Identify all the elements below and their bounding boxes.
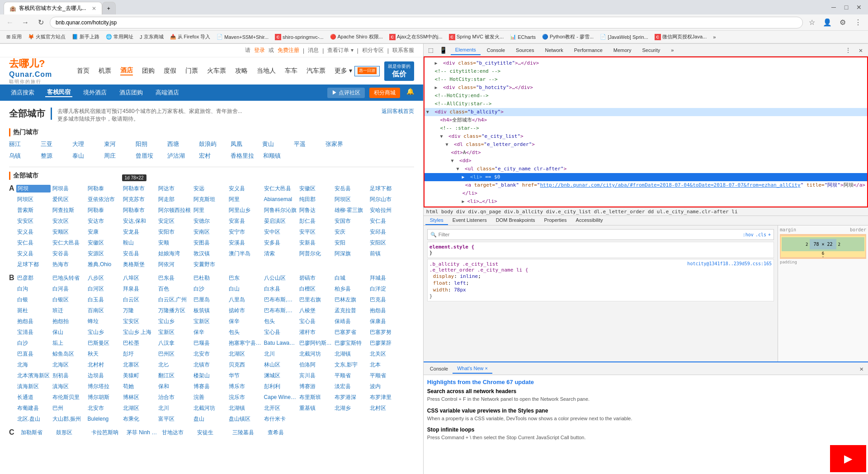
restore-button[interactable]: □ (841, 2, 852, 13)
back-button[interactable]: ← (4, 16, 16, 29)
city-link[interactable]: 北海 (16, 361, 51, 369)
city-link[interactable]: 巴廖莱辞 (369, 339, 403, 347)
bookmark-maven[interactable]: 📄 Maven+SSM+Shir... (214, 33, 271, 41)
city-link[interactable]: 白山 (228, 285, 262, 293)
city-link[interactable]: 包头 (228, 329, 262, 336)
city-link[interactable]: 安多县 (263, 239, 297, 247)
city-link[interactable]: 宝安区 (122, 318, 156, 325)
city-link[interactable]: 阿坝区 (16, 196, 51, 203)
city-link[interactable]: 前镇 (369, 250, 403, 258)
city-link[interactable]: 北湖区 (122, 404, 156, 412)
city-link[interactable]: 北截河坊 (193, 404, 227, 412)
devtools-more-icon[interactable]: ⋮ (843, 45, 854, 56)
city-link[interactable]: 彭利利 (263, 383, 297, 390)
hot-city-link[interactable]: 香格里拉 (231, 152, 254, 160)
city-link[interactable]: 雅典,Ohio (87, 261, 121, 268)
dom-line[interactable]: ▼ <ul class="e_city_name clr-after"> (425, 165, 867, 173)
city-link[interactable]: 北川 (157, 404, 192, 412)
city-link[interactable]: 秋天 (87, 350, 121, 358)
city-link[interactable]: 宝新区 (157, 329, 192, 336)
city-link[interactable]: 滇海新区 (16, 383, 51, 390)
city-link[interactable]: 布葡建县 (16, 404, 51, 412)
city-link[interactable]: 巴松墨 (122, 339, 156, 347)
bookmark-jd[interactable]: J 京东商城 (137, 33, 166, 41)
subnav-luxury[interactable]: 高端酒店 (154, 89, 181, 97)
nav-car[interactable]: 车车 (285, 67, 297, 75)
city-link[interactable]: 阿查拉斯 (52, 206, 86, 214)
city-link[interactable]: 苟她 (122, 383, 156, 390)
city-link[interactable]: 巴堰县 (193, 339, 227, 347)
city-link[interactable]: 治合市 (157, 394, 192, 401)
forward-button[interactable]: → (19, 16, 32, 29)
tab-event-listeners[interactable]: Event Listeners (448, 216, 491, 225)
service-link[interactable]: 联系客服 (392, 47, 414, 54)
city-link[interactable]: 北安市 (193, 350, 227, 358)
city-link[interactable]: 安徒生 (196, 429, 231, 436)
bookmark-newbie[interactable]: 📘 新手上路 (69, 33, 102, 41)
city-link[interactable]: 北村村 (87, 361, 121, 369)
city-link[interactable]: 白水县 (263, 285, 297, 293)
bookmark-echarts[interactable]: 📊 ECharts (507, 33, 538, 41)
bookmark-firefox-import[interactable]: 📥 从 Firefox 导入 (167, 33, 213, 41)
city-link[interactable]: 彭圩 (122, 350, 156, 358)
dom-line[interactable]: ▶<li>…</li> (425, 197, 867, 206)
nav-vacation[interactable]: 度假 (164, 67, 176, 75)
city-link[interactable]: 阿鲁科尔沁旗 (263, 206, 297, 214)
city-link[interactable]: 安顺区 (52, 228, 86, 236)
hot-city-link[interactable]: 束河 (104, 140, 127, 148)
city-link[interactable]: 安溪县 (228, 239, 262, 247)
city-link[interactable]: 抱怨县 (16, 318, 51, 325)
console-close-icon[interactable]: ✕ (857, 364, 866, 373)
city-link[interactable]: 安图县 (193, 239, 227, 247)
dom-line[interactable]: <a target="_blank" href="http://bnb.quna… (425, 181, 867, 189)
city-link[interactable]: 别初县 (52, 372, 86, 380)
city-link[interactable]: 伯洛阿 (298, 361, 333, 369)
city-link[interactable]: 姑娘海湾 (157, 250, 192, 258)
messages-link[interactable]: 消息 (308, 47, 319, 54)
points-link[interactable]: 积分专区 (362, 47, 384, 54)
city-link[interactable]: Cape Winelan... (263, 394, 297, 400)
tab-styles[interactable]: Styles (425, 216, 448, 225)
city-link[interactable]: 滇海区 (52, 383, 86, 390)
city-link[interactable]: 掂岭市 (228, 307, 262, 314)
hot-city-link[interactable]: 平遥 (294, 140, 316, 148)
city-link[interactable]: 蜂垃 (87, 318, 121, 325)
city-link[interactable]: 安阳 (334, 239, 368, 247)
hot-city-link[interactable]: 和顺镇 (263, 152, 286, 160)
tab-sources[interactable]: Sources (511, 46, 538, 55)
city-link[interactable]: 北寨区 (122, 361, 156, 369)
city-link[interactable]: 安平区 (298, 228, 333, 236)
tab-network[interactable]: Network (540, 46, 567, 55)
city-link[interactable]: 保辛 (228, 318, 262, 325)
city-link[interactable]: 万隆播方区 (157, 307, 192, 314)
nav-flights[interactable]: 机票 (99, 67, 111, 75)
city-link[interactable]: 安阳市 (157, 228, 192, 236)
bookmark-spring[interactable]: C Spring MVC 被发火... (446, 33, 507, 41)
city-link[interactable]: 布伦斯贝里 (52, 394, 86, 401)
city-link[interactable]: 三陵墓县 (231, 429, 266, 436)
city-link[interactable]: 白檀区 (298, 285, 333, 293)
city-link[interactable]: 鞍山 (122, 239, 156, 247)
city-link[interactable]: 巴州区 (157, 350, 192, 358)
city-link[interactable]: 文东,影宇 (334, 361, 368, 369)
city-link[interactable]: 阿坝县 (52, 185, 86, 192)
hot-city-link[interactable]: 宏村 (199, 152, 222, 160)
inspect-element-icon[interactable]: ⬚ (425, 45, 436, 56)
city-link[interactable]: 博尔塔拉 (87, 383, 121, 390)
nav-local[interactable]: 当地人 (257, 67, 276, 75)
hot-city-link[interactable]: 三亚 (41, 140, 63, 148)
city-link[interactable]: 巴布布斯,振州 (263, 296, 297, 304)
city-link[interactable]: 翻江区 (157, 372, 192, 380)
orders-link[interactable]: 查看订单 ▾ (327, 47, 353, 54)
tab-elements[interactable]: Elements (451, 45, 481, 55)
city-link[interactable]: 八公山区 (263, 274, 297, 282)
filter-add[interactable]: + (768, 232, 771, 237)
city-link[interactable]: 白城 (334, 274, 368, 282)
bookmark-common[interactable]: 🌐 常用网址 (103, 33, 136, 41)
city-link[interactable]: 巴斯曼区 (87, 339, 121, 347)
bookmark-javaweb[interactable]: 📄 [JavaWeb] Sprin... (597, 33, 651, 41)
city-link[interactable]: 奥格斯堡 (122, 261, 156, 268)
bookmark-ajax[interactable]: C Ajax之在SSM中的j... (387, 33, 445, 41)
subnav-search[interactable]: 酒店搜索 (9, 89, 36, 97)
city-link[interactable]: 斑杜 (16, 307, 51, 314)
